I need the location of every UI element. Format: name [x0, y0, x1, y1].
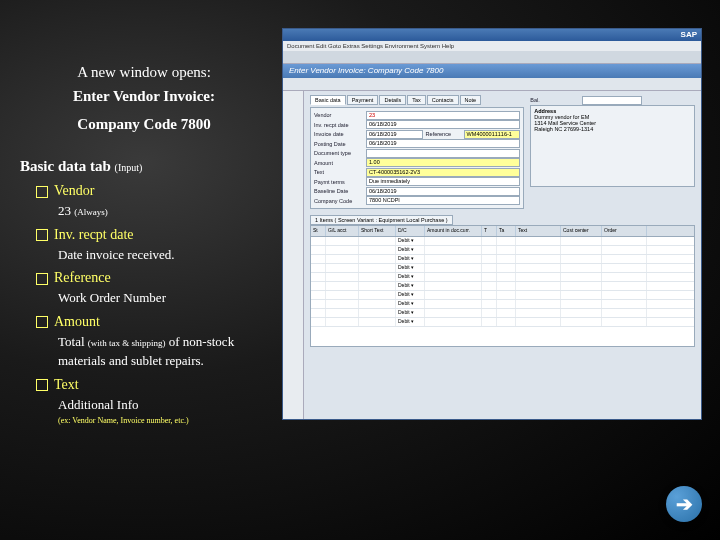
sap-grid-cell	[602, 264, 647, 272]
sap-bal-label: Bal.	[530, 97, 582, 103]
sap-grid-cell: Debit ▾	[396, 255, 425, 263]
sap-grid-cell	[359, 300, 396, 308]
sap-grid-cell	[497, 273, 516, 281]
field-footnote: (ex: Vendor Name, Invoice number, etc.)	[58, 416, 270, 425]
sap-grid-col: Cost center	[561, 226, 602, 236]
sap-grid-cell	[326, 237, 359, 245]
sap-grid-cell	[425, 273, 482, 281]
sap-grid-cell	[326, 309, 359, 317]
sap-grid-cell	[561, 273, 602, 281]
sap-logo: SAP	[681, 29, 697, 41]
sap-grid-col: Text	[516, 226, 561, 236]
next-button[interactable]: ➔	[666, 486, 702, 522]
window-title-1: Enter Vendor Invoice:	[18, 84, 270, 108]
sap-field-label: Invoice date	[314, 131, 366, 137]
sap-grid-cell	[359, 237, 396, 245]
intro-block: A new window opens: Enter Vendor Invoice…	[18, 60, 270, 136]
sap-grid-row: Debit ▾	[311, 300, 694, 309]
sap-field-row: Baseline Date06/18/2019	[314, 187, 520, 196]
sap-grid-cell	[602, 300, 647, 308]
sap-field-row: Vendor23	[314, 111, 520, 120]
sap-grid-cell	[602, 309, 647, 317]
sap-field-value: Due immediately	[366, 177, 520, 186]
sap-grid-cell	[359, 309, 396, 317]
sap-grid-tabs: 1 Items ( Screen Variant : Equipment Loc…	[310, 215, 695, 225]
sap-grid-cell: Debit ▾	[396, 300, 425, 308]
sap-field-row: Inv. recpt date06/18/2019	[314, 120, 520, 129]
sap-grid-cell	[561, 318, 602, 326]
sap-grid-cell: Debit ▾	[396, 273, 425, 281]
sap-left-tabs: Basic dataPaymentDetailsTaxContactsNote	[310, 95, 524, 105]
sap-grid-col: Ta	[497, 226, 516, 236]
sap-grid-cell	[311, 318, 326, 326]
sap-grid-cell	[561, 255, 602, 263]
sap-grid-cell	[311, 255, 326, 263]
sap-grid-row: Debit ▾	[311, 291, 694, 300]
sap-grid-cell	[516, 309, 561, 317]
sap-field-value: 06/18/2019	[366, 139, 520, 148]
sap-grid-col: D/C	[396, 226, 425, 236]
sap-grid-cell	[516, 300, 561, 308]
sap-field-value: 1.00	[366, 158, 520, 167]
sap-bal-value	[582, 96, 641, 105]
sap-grid-cell	[425, 264, 482, 272]
sap-grid-cell	[561, 264, 602, 272]
sap-field-label: Baseline Date	[314, 188, 366, 194]
sap-grid-cell	[359, 282, 396, 290]
sap-grid-cell	[602, 282, 647, 290]
sap-grid-cell	[561, 300, 602, 308]
field-item: ReferenceWork Order Number	[18, 270, 270, 308]
sap-field-label: Posting Date	[314, 141, 366, 147]
sap-grid-header: StG/L acctShort TextD/CAmount in doc.cur…	[311, 226, 694, 237]
sap-grid-cell	[326, 264, 359, 272]
sap-grid-cell	[516, 255, 561, 263]
sap-titlebar: SAP	[283, 29, 701, 41]
sap-grid-cell	[359, 255, 396, 263]
sap-grid-cell	[602, 237, 647, 245]
sap-grid-cell	[311, 309, 326, 317]
sap-menubar: Document Edit Goto Extras Settings Envir…	[283, 41, 701, 51]
sap-screenshot: SAP Document Edit Goto Extras Settings E…	[282, 28, 702, 420]
sap-grid-cell	[311, 291, 326, 299]
sap-grid-cell	[482, 246, 497, 254]
sap-grid-cell: Debit ▾	[396, 282, 425, 290]
checkbox-icon	[36, 273, 48, 285]
sap-tab: Tax	[407, 95, 426, 105]
sap-grid-col: Amount in doc.curr.	[425, 226, 482, 236]
sap-field-row: Paymt termsDue immediately	[314, 177, 520, 186]
checkbox-icon	[36, 316, 48, 328]
checkbox-icon	[36, 229, 48, 241]
sap-grid-cell	[602, 318, 647, 326]
arrow-right-icon: ➔	[676, 492, 693, 516]
sap-line-item-grid: StG/L acctShort TextD/CAmount in doc.cur…	[310, 225, 695, 347]
sap-grid-cell	[482, 282, 497, 290]
sap-grid-cell	[561, 291, 602, 299]
sap-grid-cell	[482, 309, 497, 317]
sap-basic-data-panel: Vendor23Inv. recpt date06/18/2019Invoice…	[310, 107, 524, 209]
sap-grid-row: Debit ▾	[311, 282, 694, 291]
sap-grid-cell	[482, 300, 497, 308]
sap-grid-col: G/L acct	[326, 226, 359, 236]
field-list: Vendor23 (Always)Inv. recpt dateDate inv…	[18, 183, 270, 425]
sap-grid-cell	[425, 318, 482, 326]
sap-grid-cell	[311, 264, 326, 272]
sap-address-line: Raleigh NC 27699-1314	[534, 126, 691, 132]
sap-address-panel: AddressDummy vendor for EM1314 Mail Serv…	[530, 105, 695, 187]
field-desc: 23 (Always)	[58, 201, 270, 221]
field-desc: Date invoice received.	[58, 245, 270, 265]
window-title-2: Company Code 7800	[18, 112, 270, 136]
sap-field-row: Company Code7800 NCDPI	[314, 196, 520, 205]
field-name: Vendor	[36, 183, 270, 199]
sap-grid-cell	[311, 273, 326, 281]
sap-tab: Contacts	[427, 95, 459, 105]
sap-grid-cell: Debit ▾	[396, 237, 425, 245]
sap-body: Basic dataPaymentDetailsTaxContactsNote …	[283, 91, 701, 419]
section-heading: Basic data tab (Input)	[20, 158, 270, 175]
sap-field-label: Paymt terms	[314, 179, 366, 185]
sap-field-row: TextCT-4000035162-2V3	[314, 168, 520, 177]
sap-grid-cell	[482, 291, 497, 299]
sap-grid-cell	[497, 282, 516, 290]
sap-grid-cell	[516, 264, 561, 272]
sap-field-row: Document type	[314, 149, 520, 158]
sap-grid-cell	[326, 246, 359, 254]
